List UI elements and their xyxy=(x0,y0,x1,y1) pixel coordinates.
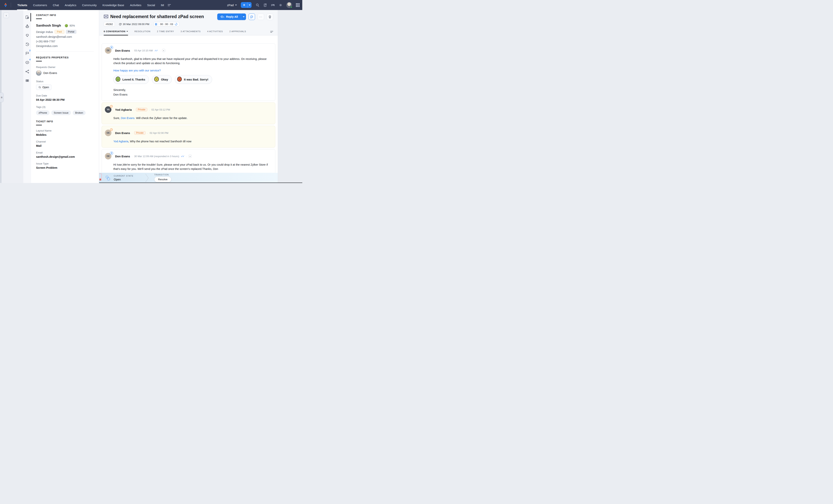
nav-item-analytics[interactable]: Analytics xyxy=(62,0,79,10)
field-label: Issue Type xyxy=(36,162,94,165)
tab-resolution[interactable]: RESOLUTION xyxy=(135,30,150,35)
field-value: santhosh.design@gmail.com xyxy=(36,155,94,158)
happy-face-icon xyxy=(116,77,120,82)
games-icon[interactable] xyxy=(271,3,275,7)
tab-6-conversation[interactable]: 6 CONVERSATION xyxy=(104,30,128,35)
blueprint-icon[interactable] xyxy=(104,175,111,181)
field-value: Screen Problem xyxy=(36,166,94,169)
zia-bot-icon[interactable] xyxy=(23,22,31,31)
ticket-detail-panel: Need replacement for shattered zPad scre… xyxy=(99,10,278,183)
settings-icon[interactable] xyxy=(279,3,282,7)
paid-badge: Paid xyxy=(54,30,64,34)
more-actions-button[interactable]: ... xyxy=(258,14,264,20)
tab-4-activities[interactable]: 4 ACTIVITIES xyxy=(207,30,223,35)
apps-grid-icon[interactable] xyxy=(296,3,300,7)
ticket-title: Need replacement for shattered zPad scre… xyxy=(110,14,204,20)
reset-timer-icon[interactable] xyxy=(175,23,177,26)
nav-more-icon[interactable] xyxy=(168,4,171,6)
survey-options: Loved it. ThanksOkayIt was Bad. Sorry! xyxy=(113,75,271,84)
contact-phone[interactable]: (+26) 669-7787 xyxy=(36,40,94,43)
nav-item-social[interactable]: Social xyxy=(144,0,158,10)
pause-icon[interactable] xyxy=(155,23,159,25)
add-ticket-split-button[interactable]: + xyxy=(241,2,252,8)
ticket-info-fields: Layout NameMobilesChannelMailEmailsantho… xyxy=(36,129,94,169)
tab-2-time-entry[interactable]: 2 TIME ENTRY xyxy=(157,30,174,35)
private-badge: Private xyxy=(134,131,146,135)
expand-message-icon[interactable]: ▸ xyxy=(189,155,192,158)
approvals-icon[interactable]: 4 xyxy=(23,58,31,67)
tag-chip[interactable]: zPhone xyxy=(36,110,50,115)
message-card: YAYod Agbaria.Private.02 Apr 03:12 PMSur… xyxy=(102,102,275,124)
tag-chip[interactable]: Broken xyxy=(73,110,86,115)
share-icon[interactable] xyxy=(23,67,31,76)
message-author[interactable]: Don Evans xyxy=(115,155,130,158)
nav-item-activities[interactable]: Activities xyxy=(127,0,144,10)
collapse-threads-button[interactable] xyxy=(267,14,273,20)
reply-options-dropdown[interactable] xyxy=(241,14,246,20)
status-chip[interactable]: Open xyxy=(36,84,51,90)
nav-item-chat[interactable]: Chat xyxy=(50,0,62,10)
field-label: Email xyxy=(36,151,94,154)
survey-question-link[interactable]: How happy are you with our service? xyxy=(113,69,271,72)
status-label: Status xyxy=(36,80,94,83)
field-label: Channel xyxy=(36,140,94,143)
ticket-list-handle[interactable]: II xyxy=(0,93,4,102)
survey-sad-button[interactable]: It was Bad. Sorry! xyxy=(175,75,212,84)
conversation-list: DEDon Evans.03 Apr 10:10 AM✓✓.▸Hello San… xyxy=(99,42,278,183)
search-icon[interactable] xyxy=(256,3,259,7)
owner-avatar: DE xyxy=(36,70,42,76)
desk-logo-icon[interactable] xyxy=(3,2,8,8)
survey-happy-button[interactable]: Loved it. Thanks xyxy=(113,75,149,84)
field-value: Mobiles xyxy=(36,133,94,136)
ticket-properties-icon[interactable] xyxy=(23,13,31,22)
message-body: Yod Agbaria, Why the phone has not reach… xyxy=(113,139,271,144)
contact-name[interactable]: Santhosh Singh xyxy=(36,24,61,28)
resolve-button[interactable]: Resolve xyxy=(154,177,171,182)
tag-chip[interactable]: Screen Issue xyxy=(51,110,71,115)
due-date-label: Due Date xyxy=(36,94,94,97)
nav-item-customers[interactable]: Customers xyxy=(30,0,50,10)
right-gutter xyxy=(278,10,302,183)
history-icon[interactable] xyxy=(23,40,31,49)
expand-message-icon[interactable]: ▸ xyxy=(162,49,165,52)
department-selector[interactable]: zPad xyxy=(227,3,237,7)
feed-icon[interactable] xyxy=(263,3,267,7)
flag-icon[interactable]: 2 xyxy=(23,49,31,58)
message-author[interactable]: Yod Agbaria xyxy=(115,108,132,111)
tab-3-attachments[interactable]: 3 ATTACHMENTS xyxy=(181,30,201,35)
contact-company[interactable]: Design Indus xyxy=(36,30,53,33)
private-badge: Private xyxy=(136,108,147,111)
flag-icon-badge: 2 xyxy=(29,49,30,52)
add-button[interactable]: + xyxy=(241,2,247,8)
transition-label: TRANSITION xyxy=(154,174,171,176)
tab-2-approvals[interactable]: 2 APPROVALS xyxy=(230,30,246,35)
integrations-icon[interactable] xyxy=(23,76,31,85)
nav-item-knowledge-base[interactable]: Knowledge Base xyxy=(100,0,127,10)
current-state-label: CURRENT STATE xyxy=(114,175,134,177)
zoho-desk-app: TicketsCustomersChatAnalyticsCommunityKn… xyxy=(0,0,302,183)
message-author[interactable]: Don Evans xyxy=(115,49,130,52)
comment-button[interactable] xyxy=(248,14,255,20)
owner-name[interactable]: Don Evans xyxy=(43,72,57,75)
mention-link[interactable]: Don Evans. xyxy=(121,117,135,120)
message-avatar: DE xyxy=(105,153,112,159)
message-author[interactable]: Don Evans xyxy=(115,131,130,135)
add-dropdown[interactable] xyxy=(247,2,252,8)
email-channel-icon xyxy=(104,15,108,18)
contact-website[interactable]: DesignIndus.com xyxy=(36,45,94,48)
happiness-percent: 80% xyxy=(70,24,75,27)
user-avatar[interactable] xyxy=(286,2,292,8)
tabs-more-icon[interactable] xyxy=(270,31,273,35)
nav-item-im[interactable]: IM xyxy=(158,0,167,10)
ideas-icon[interactable] xyxy=(23,31,31,40)
nav-item-tickets[interactable]: Tickets xyxy=(15,0,30,10)
contact-email[interactable]: santhosh.design@email.com xyxy=(36,35,94,38)
nav-item-community[interactable]: Community xyxy=(79,0,100,10)
reply-all-split-button[interactable]: Reply All xyxy=(217,14,246,20)
left-gutter: ‹ xyxy=(2,10,23,183)
survey-neutral-button[interactable]: Okay xyxy=(152,75,172,84)
reply-all-button[interactable]: Reply All xyxy=(217,14,241,20)
back-button[interactable]: ‹ xyxy=(3,12,9,18)
outgoing-icon xyxy=(110,46,113,49)
mention-link[interactable]: Yod Agbaria xyxy=(113,140,128,143)
